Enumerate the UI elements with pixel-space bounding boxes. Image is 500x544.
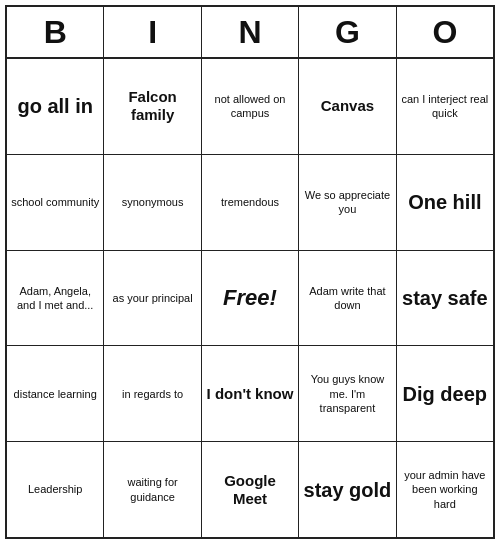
bingo-cell: Dig deep [397, 346, 493, 441]
cell-text: in regards to [122, 387, 183, 401]
cell-text: as your principal [113, 291, 193, 305]
bingo-cell: distance learning [7, 346, 104, 441]
cell-text: waiting for guidance [108, 475, 196, 504]
cell-text: distance learning [14, 387, 97, 401]
cell-text: Dig deep [403, 382, 487, 406]
bingo-cell: as your principal [104, 251, 201, 346]
cell-text: Falcon family [108, 88, 196, 124]
header-letter: O [397, 7, 493, 57]
cell-text: not allowed on campus [206, 92, 294, 121]
cell-text: I don't know [207, 385, 294, 403]
cell-text: Adam write that down [303, 284, 391, 313]
cell-text: Leadership [28, 482, 82, 496]
bingo-card: BINGO go all inFalcon familynot allowed … [5, 5, 495, 539]
bingo-cell: can I interject real quick [397, 59, 493, 154]
bingo-cell: Canvas [299, 59, 396, 154]
bingo-cell: Adam, Angela, and I met and... [7, 251, 104, 346]
cell-text: stay gold [304, 478, 392, 502]
bingo-cell: your admin have been working hard [397, 442, 493, 537]
cell-text: Google Meet [206, 472, 294, 508]
bingo-cell: We so appreciate you [299, 155, 396, 250]
bingo-row: distance learningin regards toI don't kn… [7, 346, 493, 442]
header-letter: G [299, 7, 396, 57]
bingo-cell: You guys know me. I'm transparent [299, 346, 396, 441]
header-letter: N [202, 7, 299, 57]
bingo-body: go all inFalcon familynot allowed on cam… [7, 59, 493, 537]
bingo-cell: synonymous [104, 155, 201, 250]
cell-text: You guys know me. I'm transparent [303, 372, 391, 415]
cell-text: Adam, Angela, and I met and... [11, 284, 99, 313]
bingo-cell: One hill [397, 155, 493, 250]
bingo-cell: Leadership [7, 442, 104, 537]
bingo-row: Adam, Angela, and I met and...as your pr… [7, 251, 493, 347]
header-letter: B [7, 7, 104, 57]
cell-text: stay safe [402, 286, 488, 310]
cell-text: Free! [223, 284, 277, 313]
bingo-header: BINGO [7, 7, 493, 59]
cell-text: your admin have been working hard [401, 468, 489, 511]
bingo-cell: Free! [202, 251, 299, 346]
bingo-cell: school community [7, 155, 104, 250]
bingo-cell: stay gold [299, 442, 396, 537]
bingo-row: Leadershipwaiting for guidanceGoogle Mee… [7, 442, 493, 537]
bingo-cell: Adam write that down [299, 251, 396, 346]
bingo-cell: Google Meet [202, 442, 299, 537]
bingo-row: school communitysynonymoustremendousWe s… [7, 155, 493, 251]
cell-text: can I interject real quick [401, 92, 489, 121]
bingo-cell: Falcon family [104, 59, 201, 154]
bingo-cell: not allowed on campus [202, 59, 299, 154]
bingo-cell: stay safe [397, 251, 493, 346]
bingo-cell: waiting for guidance [104, 442, 201, 537]
bingo-cell: go all in [7, 59, 104, 154]
cell-text: One hill [408, 190, 481, 214]
cell-text: school community [11, 195, 99, 209]
cell-text: Canvas [321, 97, 374, 115]
bingo-cell: tremendous [202, 155, 299, 250]
bingo-row: go all inFalcon familynot allowed on cam… [7, 59, 493, 155]
cell-text: synonymous [122, 195, 184, 209]
bingo-cell: I don't know [202, 346, 299, 441]
cell-text: We so appreciate you [303, 188, 391, 217]
header-letter: I [104, 7, 201, 57]
cell-text: go all in [17, 94, 93, 118]
bingo-cell: in regards to [104, 346, 201, 441]
cell-text: tremendous [221, 195, 279, 209]
